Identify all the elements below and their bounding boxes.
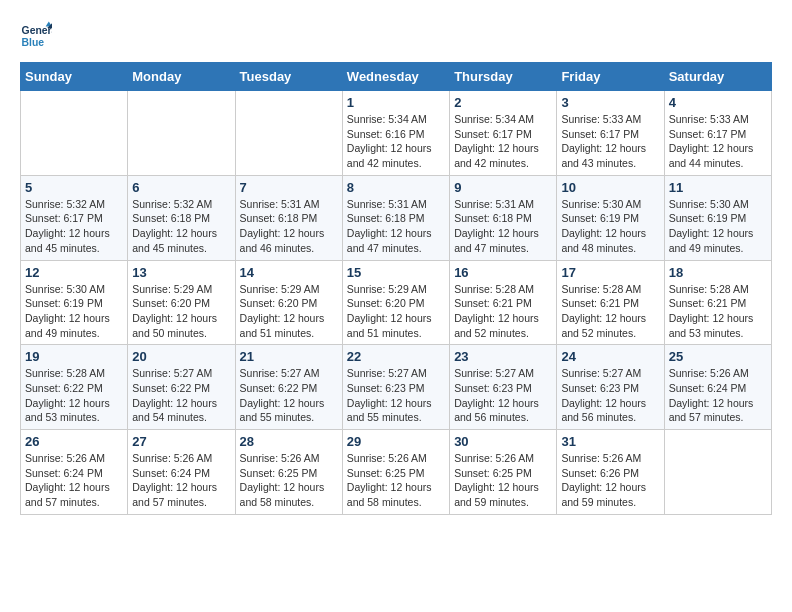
day-cell: 11Sunrise: 5:30 AM Sunset: 6:19 PM Dayli… xyxy=(664,175,771,260)
day-info: Sunrise: 5:26 AM Sunset: 6:24 PM Dayligh… xyxy=(25,451,123,510)
week-row-5: 26Sunrise: 5:26 AM Sunset: 6:24 PM Dayli… xyxy=(21,430,772,515)
header-cell-monday: Monday xyxy=(128,63,235,91)
day-cell: 23Sunrise: 5:27 AM Sunset: 6:23 PM Dayli… xyxy=(450,345,557,430)
day-cell: 18Sunrise: 5:28 AM Sunset: 6:21 PM Dayli… xyxy=(664,260,771,345)
day-info: Sunrise: 5:29 AM Sunset: 6:20 PM Dayligh… xyxy=(347,282,445,341)
day-cell: 4Sunrise: 5:33 AM Sunset: 6:17 PM Daylig… xyxy=(664,91,771,176)
day-info: Sunrise: 5:29 AM Sunset: 6:20 PM Dayligh… xyxy=(132,282,230,341)
day-cell: 16Sunrise: 5:28 AM Sunset: 6:21 PM Dayli… xyxy=(450,260,557,345)
day-cell: 9Sunrise: 5:31 AM Sunset: 6:18 PM Daylig… xyxy=(450,175,557,260)
svg-text:Blue: Blue xyxy=(22,37,45,48)
day-number: 24 xyxy=(561,349,659,364)
header-cell-sunday: Sunday xyxy=(21,63,128,91)
day-cell: 3Sunrise: 5:33 AM Sunset: 6:17 PM Daylig… xyxy=(557,91,664,176)
day-info: Sunrise: 5:33 AM Sunset: 6:17 PM Dayligh… xyxy=(669,112,767,171)
day-cell: 2Sunrise: 5:34 AM Sunset: 6:17 PM Daylig… xyxy=(450,91,557,176)
day-cell: 20Sunrise: 5:27 AM Sunset: 6:22 PM Dayli… xyxy=(128,345,235,430)
day-cell: 22Sunrise: 5:27 AM Sunset: 6:23 PM Dayli… xyxy=(342,345,449,430)
day-info: Sunrise: 5:27 AM Sunset: 6:22 PM Dayligh… xyxy=(240,366,338,425)
day-info: Sunrise: 5:27 AM Sunset: 6:22 PM Dayligh… xyxy=(132,366,230,425)
day-info: Sunrise: 5:33 AM Sunset: 6:17 PM Dayligh… xyxy=(561,112,659,171)
day-cell: 27Sunrise: 5:26 AM Sunset: 6:24 PM Dayli… xyxy=(128,430,235,515)
day-cell xyxy=(235,91,342,176)
day-info: Sunrise: 5:27 AM Sunset: 6:23 PM Dayligh… xyxy=(561,366,659,425)
day-cell xyxy=(128,91,235,176)
header-cell-tuesday: Tuesday xyxy=(235,63,342,91)
week-row-2: 5Sunrise: 5:32 AM Sunset: 6:17 PM Daylig… xyxy=(21,175,772,260)
day-info: Sunrise: 5:29 AM Sunset: 6:20 PM Dayligh… xyxy=(240,282,338,341)
day-cell xyxy=(664,430,771,515)
day-cell: 30Sunrise: 5:26 AM Sunset: 6:25 PM Dayli… xyxy=(450,430,557,515)
day-info: Sunrise: 5:32 AM Sunset: 6:17 PM Dayligh… xyxy=(25,197,123,256)
day-cell: 5Sunrise: 5:32 AM Sunset: 6:17 PM Daylig… xyxy=(21,175,128,260)
day-cell: 24Sunrise: 5:27 AM Sunset: 6:23 PM Dayli… xyxy=(557,345,664,430)
day-cell: 8Sunrise: 5:31 AM Sunset: 6:18 PM Daylig… xyxy=(342,175,449,260)
day-cell: 15Sunrise: 5:29 AM Sunset: 6:20 PM Dayli… xyxy=(342,260,449,345)
day-cell: 12Sunrise: 5:30 AM Sunset: 6:19 PM Dayli… xyxy=(21,260,128,345)
day-number: 8 xyxy=(347,180,445,195)
day-info: Sunrise: 5:34 AM Sunset: 6:17 PM Dayligh… xyxy=(454,112,552,171)
day-number: 30 xyxy=(454,434,552,449)
day-cell: 13Sunrise: 5:29 AM Sunset: 6:20 PM Dayli… xyxy=(128,260,235,345)
day-number: 1 xyxy=(347,95,445,110)
day-info: Sunrise: 5:26 AM Sunset: 6:25 PM Dayligh… xyxy=(240,451,338,510)
week-row-4: 19Sunrise: 5:28 AM Sunset: 6:22 PM Dayli… xyxy=(21,345,772,430)
week-row-1: 1Sunrise: 5:34 AM Sunset: 6:16 PM Daylig… xyxy=(21,91,772,176)
day-info: Sunrise: 5:28 AM Sunset: 6:21 PM Dayligh… xyxy=(561,282,659,341)
day-number: 20 xyxy=(132,349,230,364)
header: General Blue xyxy=(20,20,772,52)
day-number: 21 xyxy=(240,349,338,364)
header-cell-wednesday: Wednesday xyxy=(342,63,449,91)
day-info: Sunrise: 5:26 AM Sunset: 6:26 PM Dayligh… xyxy=(561,451,659,510)
day-number: 13 xyxy=(132,265,230,280)
header-cell-friday: Friday xyxy=(557,63,664,91)
day-info: Sunrise: 5:31 AM Sunset: 6:18 PM Dayligh… xyxy=(240,197,338,256)
day-number: 10 xyxy=(561,180,659,195)
day-number: 5 xyxy=(25,180,123,195)
day-number: 11 xyxy=(669,180,767,195)
day-info: Sunrise: 5:31 AM Sunset: 6:18 PM Dayligh… xyxy=(454,197,552,256)
day-info: Sunrise: 5:28 AM Sunset: 6:21 PM Dayligh… xyxy=(454,282,552,341)
day-number: 27 xyxy=(132,434,230,449)
day-cell: 29Sunrise: 5:26 AM Sunset: 6:25 PM Dayli… xyxy=(342,430,449,515)
calendar-table: SundayMondayTuesdayWednesdayThursdayFrid… xyxy=(20,62,772,515)
day-info: Sunrise: 5:32 AM Sunset: 6:18 PM Dayligh… xyxy=(132,197,230,256)
day-number: 31 xyxy=(561,434,659,449)
day-cell: 26Sunrise: 5:26 AM Sunset: 6:24 PM Dayli… xyxy=(21,430,128,515)
header-row: SundayMondayTuesdayWednesdayThursdayFrid… xyxy=(21,63,772,91)
day-info: Sunrise: 5:27 AM Sunset: 6:23 PM Dayligh… xyxy=(347,366,445,425)
day-info: Sunrise: 5:31 AM Sunset: 6:18 PM Dayligh… xyxy=(347,197,445,256)
header-cell-saturday: Saturday xyxy=(664,63,771,91)
day-info: Sunrise: 5:26 AM Sunset: 6:25 PM Dayligh… xyxy=(454,451,552,510)
day-number: 22 xyxy=(347,349,445,364)
day-info: Sunrise: 5:26 AM Sunset: 6:25 PM Dayligh… xyxy=(347,451,445,510)
day-info: Sunrise: 5:27 AM Sunset: 6:23 PM Dayligh… xyxy=(454,366,552,425)
day-cell: 14Sunrise: 5:29 AM Sunset: 6:20 PM Dayli… xyxy=(235,260,342,345)
day-cell: 17Sunrise: 5:28 AM Sunset: 6:21 PM Dayli… xyxy=(557,260,664,345)
day-number: 3 xyxy=(561,95,659,110)
day-number: 29 xyxy=(347,434,445,449)
day-number: 19 xyxy=(25,349,123,364)
day-number: 9 xyxy=(454,180,552,195)
day-cell: 7Sunrise: 5:31 AM Sunset: 6:18 PM Daylig… xyxy=(235,175,342,260)
day-info: Sunrise: 5:26 AM Sunset: 6:24 PM Dayligh… xyxy=(669,366,767,425)
day-number: 16 xyxy=(454,265,552,280)
logo: General Blue xyxy=(20,20,52,52)
day-cell: 25Sunrise: 5:26 AM Sunset: 6:24 PM Dayli… xyxy=(664,345,771,430)
day-number: 23 xyxy=(454,349,552,364)
day-cell: 19Sunrise: 5:28 AM Sunset: 6:22 PM Dayli… xyxy=(21,345,128,430)
day-cell: 28Sunrise: 5:26 AM Sunset: 6:25 PM Dayli… xyxy=(235,430,342,515)
day-number: 6 xyxy=(132,180,230,195)
day-info: Sunrise: 5:26 AM Sunset: 6:24 PM Dayligh… xyxy=(132,451,230,510)
day-number: 15 xyxy=(347,265,445,280)
day-cell: 31Sunrise: 5:26 AM Sunset: 6:26 PM Dayli… xyxy=(557,430,664,515)
day-number: 7 xyxy=(240,180,338,195)
day-info: Sunrise: 5:30 AM Sunset: 6:19 PM Dayligh… xyxy=(561,197,659,256)
day-info: Sunrise: 5:34 AM Sunset: 6:16 PM Dayligh… xyxy=(347,112,445,171)
week-row-3: 12Sunrise: 5:30 AM Sunset: 6:19 PM Dayli… xyxy=(21,260,772,345)
svg-text:General: General xyxy=(22,25,52,36)
header-cell-thursday: Thursday xyxy=(450,63,557,91)
day-number: 28 xyxy=(240,434,338,449)
day-number: 14 xyxy=(240,265,338,280)
day-cell: 6Sunrise: 5:32 AM Sunset: 6:18 PM Daylig… xyxy=(128,175,235,260)
